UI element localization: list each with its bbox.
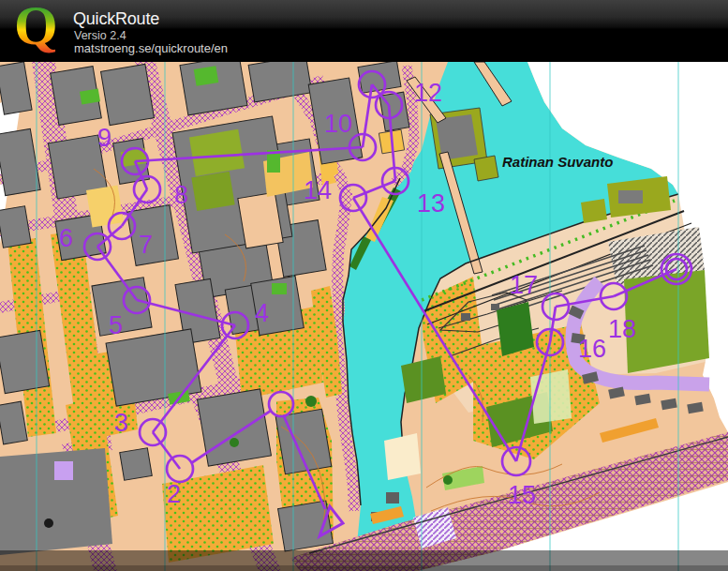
svg-text:9: 9 (97, 124, 111, 152)
svg-text:2: 2 (167, 480, 181, 508)
svg-text:15: 15 (508, 481, 536, 509)
svg-text:3: 3 (114, 409, 128, 437)
svg-text:13: 13 (417, 189, 445, 218)
svg-text:7: 7 (139, 231, 153, 259)
svg-text:5: 5 (109, 311, 123, 339)
svg-text:12: 12 (414, 79, 442, 107)
svg-text:6: 6 (59, 224, 73, 252)
svg-text:10: 10 (324, 110, 352, 138)
svg-text:16: 16 (578, 335, 606, 363)
svg-text:Q: Q (14, 0, 58, 56)
svg-text:18: 18 (608, 315, 636, 343)
svg-text:Ratinan Suvanto: Ratinan Suvanto (502, 154, 613, 170)
svg-text:4: 4 (255, 299, 269, 327)
svg-text:8: 8 (174, 181, 188, 209)
svg-text:14: 14 (304, 176, 332, 204)
svg-text:17: 17 (510, 271, 538, 299)
